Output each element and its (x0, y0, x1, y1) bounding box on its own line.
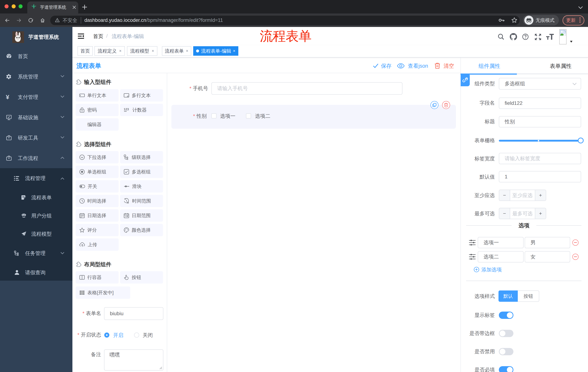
svg-text:123: 123 (124, 107, 129, 111)
